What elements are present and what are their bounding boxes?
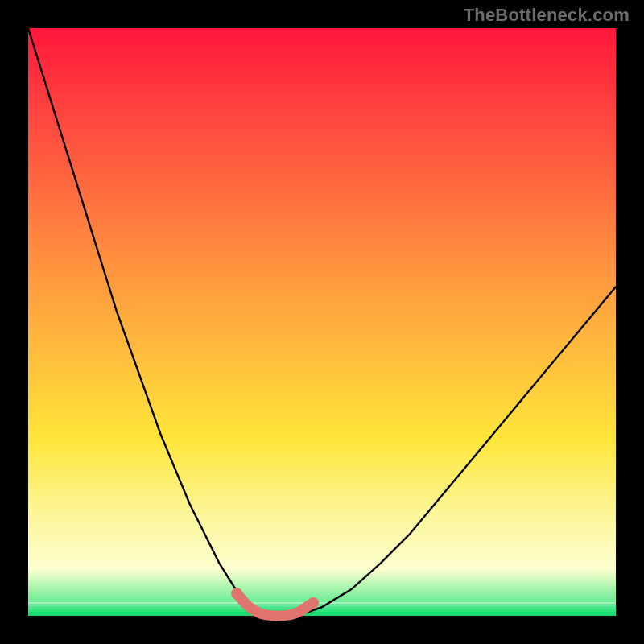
chart-frame: TheBottleneck.com xyxy=(0,0,644,644)
svg-rect-0 xyxy=(28,602,616,604)
svg-rect-3 xyxy=(28,609,616,612)
svg-rect-4 xyxy=(28,612,616,616)
optimal-zone-end-dot xyxy=(308,597,319,609)
watermark-text: TheBottleneck.com xyxy=(464,5,630,26)
plot-area xyxy=(28,28,616,616)
optimal-zone-start-dot xyxy=(231,588,242,599)
gradient-background xyxy=(28,28,616,616)
chart-svg xyxy=(0,0,644,644)
